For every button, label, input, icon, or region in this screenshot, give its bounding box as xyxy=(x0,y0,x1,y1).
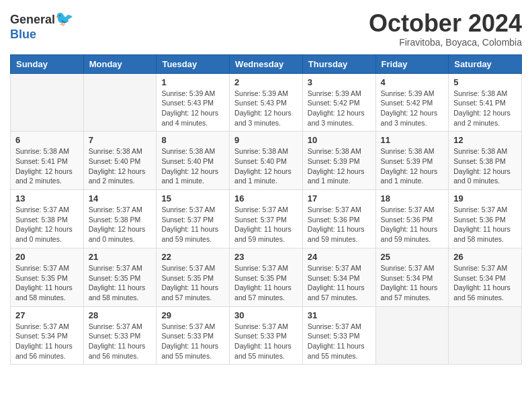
day-number: 18 xyxy=(381,193,444,203)
calendar-cell: 4Sunrise: 5:39 AM Sunset: 5:42 PM Daylig… xyxy=(375,73,449,132)
day-info: Sunrise: 5:38 AM Sunset: 5:39 PM Dayligh… xyxy=(308,146,371,186)
day-number: 30 xyxy=(234,310,298,320)
day-number: 28 xyxy=(89,310,152,320)
calendar-cell: 27Sunrise: 5:37 AM Sunset: 5:34 PM Dayli… xyxy=(11,306,84,365)
day-number: 9 xyxy=(234,135,298,145)
day-info: Sunrise: 5:39 AM Sunset: 5:43 PM Dayligh… xyxy=(161,89,224,128)
day-header-sunday: Sunday xyxy=(11,54,84,73)
day-number: 15 xyxy=(161,193,224,203)
day-header-tuesday: Tuesday xyxy=(157,54,230,73)
calendar-week-row: 1Sunrise: 5:39 AM Sunset: 5:43 PM Daylig… xyxy=(11,73,522,132)
header: General🐦 Blue October 2024 Firavitoba, B… xyxy=(10,10,522,48)
calendar-cell: 10Sunrise: 5:38 AM Sunset: 5:39 PM Dayli… xyxy=(302,132,375,190)
day-info: Sunrise: 5:37 AM Sunset: 5:33 PM Dayligh… xyxy=(89,322,152,361)
day-header-friday: Friday xyxy=(375,54,449,73)
calendar-week-row: 27Sunrise: 5:37 AM Sunset: 5:34 PM Dayli… xyxy=(11,306,522,365)
day-number: 2 xyxy=(234,77,298,87)
calendar-cell: 14Sunrise: 5:37 AM Sunset: 5:38 PM Dayli… xyxy=(83,190,157,248)
logo: General🐦 Blue xyxy=(10,10,73,42)
day-info: Sunrise: 5:37 AM Sunset: 5:35 PM Dayligh… xyxy=(161,263,224,303)
calendar-cell: 28Sunrise: 5:37 AM Sunset: 5:33 PM Dayli… xyxy=(83,306,157,365)
day-header-monday: Monday xyxy=(83,54,157,73)
calendar-cell: 1Sunrise: 5:39 AM Sunset: 5:43 PM Daylig… xyxy=(157,73,230,132)
logo-general-text: General xyxy=(10,13,55,26)
day-info: Sunrise: 5:37 AM Sunset: 5:33 PM Dayligh… xyxy=(234,322,298,361)
calendar-cell: 2Sunrise: 5:39 AM Sunset: 5:43 PM Daylig… xyxy=(230,73,303,132)
calendar-cell: 30Sunrise: 5:37 AM Sunset: 5:33 PM Dayli… xyxy=(230,306,303,365)
day-header-saturday: Saturday xyxy=(449,54,522,73)
calendar-cell: 18Sunrise: 5:37 AM Sunset: 5:36 PM Dayli… xyxy=(375,190,449,248)
day-info: Sunrise: 5:37 AM Sunset: 5:35 PM Dayligh… xyxy=(15,263,79,303)
calendar-cell: 19Sunrise: 5:37 AM Sunset: 5:36 PM Dayli… xyxy=(449,190,522,248)
day-info: Sunrise: 5:38 AM Sunset: 5:39 PM Dayligh… xyxy=(381,146,444,186)
day-info: Sunrise: 5:37 AM Sunset: 5:34 PM Dayligh… xyxy=(381,263,444,303)
day-number: 31 xyxy=(308,310,371,320)
calendar-cell xyxy=(375,306,449,365)
day-info: Sunrise: 5:38 AM Sunset: 5:38 PM Dayligh… xyxy=(453,146,517,186)
location-subtitle: Firavitoba, Boyaca, Colombia xyxy=(369,37,522,48)
calendar-cell: 20Sunrise: 5:37 AM Sunset: 5:35 PM Dayli… xyxy=(11,248,84,306)
day-number: 14 xyxy=(89,193,152,203)
day-header-thursday: Thursday xyxy=(302,54,375,73)
day-number: 8 xyxy=(161,135,224,145)
calendar-cell: 17Sunrise: 5:37 AM Sunset: 5:36 PM Dayli… xyxy=(302,190,375,248)
day-number: 23 xyxy=(234,252,298,262)
day-number: 26 xyxy=(453,252,517,262)
calendar-cell: 22Sunrise: 5:37 AM Sunset: 5:35 PM Dayli… xyxy=(157,248,230,306)
day-number: 19 xyxy=(453,193,517,203)
day-info: Sunrise: 5:37 AM Sunset: 5:37 PM Dayligh… xyxy=(161,205,224,244)
calendar-cell: 11Sunrise: 5:38 AM Sunset: 5:39 PM Dayli… xyxy=(375,132,449,190)
calendar-cell: 9Sunrise: 5:38 AM Sunset: 5:40 PM Daylig… xyxy=(230,132,303,190)
title-section: October 2024 Firavitoba, Boyaca, Colombi… xyxy=(369,10,522,48)
day-number: 5 xyxy=(453,77,517,87)
calendar-cell xyxy=(11,73,84,132)
day-number: 3 xyxy=(308,77,371,87)
calendar-cell: 15Sunrise: 5:37 AM Sunset: 5:37 PM Dayli… xyxy=(157,190,230,248)
calendar-cell: 6Sunrise: 5:38 AM Sunset: 5:41 PM Daylig… xyxy=(11,132,84,190)
day-number: 25 xyxy=(381,252,444,262)
day-number: 12 xyxy=(453,135,517,145)
day-info: Sunrise: 5:39 AM Sunset: 5:42 PM Dayligh… xyxy=(308,89,371,128)
month-title: October 2024 xyxy=(369,10,522,37)
day-info: Sunrise: 5:37 AM Sunset: 5:36 PM Dayligh… xyxy=(453,205,517,244)
day-number: 27 xyxy=(15,310,79,320)
day-info: Sunrise: 5:37 AM Sunset: 5:35 PM Dayligh… xyxy=(234,263,298,303)
calendar-cell: 31Sunrise: 5:37 AM Sunset: 5:33 PM Dayli… xyxy=(302,306,375,365)
calendar-cell: 12Sunrise: 5:38 AM Sunset: 5:38 PM Dayli… xyxy=(449,132,522,190)
day-info: Sunrise: 5:37 AM Sunset: 5:36 PM Dayligh… xyxy=(381,205,444,244)
day-info: Sunrise: 5:37 AM Sunset: 5:34 PM Dayligh… xyxy=(308,263,371,303)
day-info: Sunrise: 5:37 AM Sunset: 5:38 PM Dayligh… xyxy=(89,205,152,244)
day-info: Sunrise: 5:39 AM Sunset: 5:43 PM Dayligh… xyxy=(234,89,298,128)
day-number: 6 xyxy=(15,135,79,145)
day-number: 16 xyxy=(234,193,298,203)
day-info: Sunrise: 5:39 AM Sunset: 5:42 PM Dayligh… xyxy=(381,89,444,128)
calendar-cell: 24Sunrise: 5:37 AM Sunset: 5:34 PM Dayli… xyxy=(302,248,375,306)
calendar-cell: 5Sunrise: 5:38 AM Sunset: 5:41 PM Daylig… xyxy=(449,73,522,132)
day-number: 11 xyxy=(381,135,444,145)
day-info: Sunrise: 5:37 AM Sunset: 5:35 PM Dayligh… xyxy=(89,263,152,303)
day-info: Sunrise: 5:38 AM Sunset: 5:40 PM Dayligh… xyxy=(161,146,224,186)
day-number: 24 xyxy=(308,252,371,262)
day-number: 10 xyxy=(308,135,371,145)
calendar-header-row: SundayMondayTuesdayWednesdayThursdayFrid… xyxy=(11,54,522,73)
day-info: Sunrise: 5:37 AM Sunset: 5:36 PM Dayligh… xyxy=(308,205,371,244)
day-number: 4 xyxy=(381,77,444,87)
day-number: 17 xyxy=(308,193,371,203)
day-number: 7 xyxy=(89,135,152,145)
day-info: Sunrise: 5:37 AM Sunset: 5:34 PM Dayligh… xyxy=(453,263,517,303)
calendar-cell: 29Sunrise: 5:37 AM Sunset: 5:33 PM Dayli… xyxy=(157,306,230,365)
day-info: Sunrise: 5:38 AM Sunset: 5:41 PM Dayligh… xyxy=(453,89,517,128)
calendar-cell: 16Sunrise: 5:37 AM Sunset: 5:37 PM Dayli… xyxy=(230,190,303,248)
calendar-week-row: 20Sunrise: 5:37 AM Sunset: 5:35 PM Dayli… xyxy=(11,248,522,306)
day-info: Sunrise: 5:37 AM Sunset: 5:34 PM Dayligh… xyxy=(15,322,79,361)
calendar-week-row: 13Sunrise: 5:37 AM Sunset: 5:38 PM Dayli… xyxy=(11,190,522,248)
day-info: Sunrise: 5:37 AM Sunset: 5:37 PM Dayligh… xyxy=(234,205,298,244)
calendar-cell: 23Sunrise: 5:37 AM Sunset: 5:35 PM Dayli… xyxy=(230,248,303,306)
calendar-cell: 8Sunrise: 5:38 AM Sunset: 5:40 PM Daylig… xyxy=(157,132,230,190)
day-info: Sunrise: 5:38 AM Sunset: 5:40 PM Dayligh… xyxy=(89,146,152,186)
calendar-cell: 25Sunrise: 5:37 AM Sunset: 5:34 PM Dayli… xyxy=(375,248,449,306)
day-number: 22 xyxy=(161,252,224,262)
day-header-wednesday: Wednesday xyxy=(230,54,303,73)
day-info: Sunrise: 5:37 AM Sunset: 5:38 PM Dayligh… xyxy=(15,205,79,244)
day-info: Sunrise: 5:38 AM Sunset: 5:40 PM Dayligh… xyxy=(234,146,298,186)
